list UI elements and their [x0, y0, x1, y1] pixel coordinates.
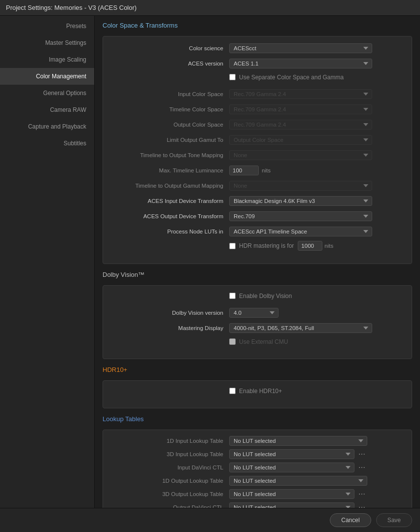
- aces-version-label: ACES version: [111, 61, 229, 66]
- enable-hdr10-plus-checkbox-row: Enable HDR10+: [229, 388, 372, 395]
- tone-mapping-label: Timeline to Output Tone Mapping: [111, 152, 229, 158]
- max-luminance-nits-label: nits: [262, 167, 271, 173]
- hdr-mastering-checkbox[interactable]: [229, 243, 236, 249]
- aces-input-device-transform-control: Blackmagic Design 4.6K Film v3 No Input …: [229, 196, 372, 206]
- lookup-table-select-3[interactable]: No LUT selected: [229, 476, 367, 486]
- use-external-cmu-checkbox-row: Use External CMU: [229, 338, 372, 345]
- sidebar-item-capture-playback[interactable]: Capture and Playback: [0, 118, 94, 135]
- lookup-table-row: Input DaVinci CTL No LUT selected ⋯: [111, 463, 404, 472]
- output-color-space-control: Rec.709 Gamma 2.4: [229, 120, 372, 130]
- dolby-vision-version-control: 4.0 2.9: [229, 308, 372, 318]
- sidebar-item-color-management[interactable]: Color Management: [0, 68, 94, 85]
- input-color-space-label: Input Color Space: [111, 91, 229, 97]
- title-bar: Project Settings: Memories - V3 (ACES Co…: [0, 0, 420, 16]
- timeline-color-space-control: Rec.709 Gamma 2.4: [229, 104, 372, 114]
- enable-hdr10-plus-checkbox[interactable]: [229, 388, 236, 394]
- process-node-luts-control: ACEScc AP1 Timeline Space Output Color S…: [229, 227, 372, 236]
- sidebar-item-presets[interactable]: Presets: [0, 18, 94, 34]
- separate-color-space-checkbox[interactable]: [229, 74, 236, 80]
- enable-dolby-vision-checkbox[interactable]: [229, 293, 236, 299]
- output-color-space-select[interactable]: Rec.709 Gamma 2.4: [229, 120, 372, 130]
- process-node-luts-select[interactable]: ACEScc AP1 Timeline Space Output Color S…: [229, 227, 372, 236]
- color-space-section-box: Color science ACEScct DaVinci YRGB DaVin…: [103, 36, 412, 264]
- aces-input-device-transform-select[interactable]: Blackmagic Design 4.6K Film v3 No Input …: [229, 196, 372, 206]
- dolby-vision-version-select[interactable]: 4.0 2.9: [229, 308, 279, 318]
- color-science-row: Color science ACEScct DaVinci YRGB DaVin…: [111, 42, 404, 54]
- limit-output-gamut-control: Output Color Space: [229, 135, 372, 145]
- lookup-table-select-2[interactable]: No LUT selected: [229, 463, 354, 472]
- max-luminance-row: Max. Timeline Luminance nits: [111, 165, 404, 176]
- dolby-vision-section-box: Enable Dolby Vision Dolby Vision version…: [103, 285, 412, 359]
- hdr10-plus-section-box: Enable HDR10+: [103, 380, 412, 408]
- lookup-table-dots-4[interactable]: ⋯: [356, 490, 367, 498]
- save-button[interactable]: Save: [376, 513, 412, 527]
- aces-version-control: ACES 1.0 ACES 1.1: [229, 59, 372, 68]
- color-science-label: Color science: [111, 45, 229, 51]
- title-text: Project Settings: Memories - V3 (ACES Co…: [6, 4, 137, 11]
- sidebar-item-general-options[interactable]: General Options: [0, 85, 94, 101]
- input-color-space-select[interactable]: Rec.709 Gamma 2.4: [229, 89, 372, 99]
- aces-input-device-transform-row: ACES Input Device Transform Blackmagic D…: [111, 195, 404, 207]
- lookup-table-row: 1D Input Lookup Table No LUT selected: [111, 436, 404, 446]
- sidebar-item-subtitles[interactable]: Subtitles: [0, 135, 94, 152]
- enable-dolby-vision-checkbox-row: Enable Dolby Vision: [229, 293, 372, 299]
- separate-color-space-checkbox-row: Use Separate Color Space and Gamma: [229, 74, 372, 81]
- aces-output-device-transform-select[interactable]: Rec.709 P3 D65 P3 DCI: [229, 211, 372, 221]
- lookup-table-label-1: 3D Input Lookup Table: [111, 451, 229, 457]
- lookup-table-row: 3D Output Lookup Table No LUT selected ⋯: [111, 489, 404, 499]
- lookup-tables-section-title: Lookup Tables: [103, 415, 412, 425]
- lookup-table-select-1[interactable]: No LUT selected: [229, 449, 354, 459]
- mastering-display-row: Mastering Display 4000-nit, P3, D65, ST.…: [111, 322, 404, 334]
- separate-color-space-row: Use Separate Color Space and Gamma: [111, 73, 404, 85]
- aces-version-select[interactable]: ACES 1.0 ACES 1.1: [229, 59, 372, 68]
- lookup-table-label-0: 1D Input Lookup Table: [111, 438, 229, 444]
- limit-output-gamut-select[interactable]: Output Color Space: [229, 135, 372, 145]
- dolby-vision-version-label: Dolby Vision version: [111, 310, 229, 316]
- max-luminance-control: nits: [229, 166, 372, 175]
- lookup-table-select-4[interactable]: No LUT selected: [229, 489, 354, 499]
- process-node-luts-row: Process Node LUTs in ACEScc AP1 Timeline…: [111, 226, 404, 237]
- bottom-bar: Cancel Save: [0, 508, 420, 532]
- use-external-cmu-row: Use External CMU: [111, 337, 404, 349]
- lookup-table-dots-2[interactable]: ⋯: [356, 464, 367, 471]
- use-external-cmu-checkbox[interactable]: [229, 338, 236, 345]
- mastering-display-label: Mastering Display: [111, 325, 229, 331]
- color-space-section-title: Color Space & Transforms: [103, 22, 412, 31]
- lookup-table-label-2: Input DaVinci CTL: [111, 465, 229, 470]
- process-node-luts-label: Process Node LUTs in: [111, 229, 229, 234]
- dolby-vision-version-row: Dolby Vision version 4.0 2.9: [111, 307, 404, 319]
- sidebar-item-camera-raw[interactable]: Camera RAW: [0, 101, 94, 118]
- output-color-space-label: Output Color Space: [111, 122, 229, 128]
- content-area: Color Space & Transforms Color science A…: [95, 16, 420, 531]
- limit-output-gamut-label: Limit Output Gamut To: [111, 137, 229, 143]
- sidebar-item-master-settings[interactable]: Master Settings: [0, 34, 94, 51]
- mastering-display-control: 4000-nit, P3, D65, ST.2084, Full 1000-ni…: [229, 323, 372, 333]
- gamut-mapping-label: Timeline to Output Gamut Mapping: [111, 183, 229, 189]
- hdr-mastering-nits-label: nits: [324, 243, 333, 249]
- hdr-mastering-checkbox-row: HDR mastering is for nits: [229, 241, 372, 251]
- lookup-table-dots-1[interactable]: ⋯: [356, 450, 367, 458]
- enable-hdr10-plus-row: Enable HDR10+: [111, 387, 404, 399]
- gamut-mapping-control: None: [229, 181, 372, 191]
- hdr-mastering-row: HDR mastering is for nits: [111, 241, 404, 254]
- cancel-button[interactable]: Cancel: [330, 513, 371, 527]
- hdr-mastering-value-input[interactable]: [298, 241, 322, 251]
- max-luminance-input[interactable]: [229, 166, 259, 175]
- tone-mapping-select[interactable]: None: [229, 150, 372, 160]
- aces-version-row: ACES version ACES 1.0 ACES 1.1: [111, 58, 404, 69]
- timeline-color-space-select[interactable]: Rec.709 Gamma 2.4: [229, 104, 372, 114]
- aces-output-device-transform-label: ACES Output Device Transform: [111, 213, 229, 219]
- sidebar-item-image-scaling[interactable]: Image Scaling: [0, 51, 94, 68]
- aces-input-device-transform-label: ACES Input Device Transform: [111, 198, 229, 204]
- gamut-mapping-row: Timeline to Output Gamut Mapping None: [111, 180, 404, 192]
- mastering-display-select[interactable]: 4000-nit, P3, D65, ST.2084, Full 1000-ni…: [229, 323, 372, 333]
- lookup-table-select-0[interactable]: No LUT selected: [229, 436, 367, 446]
- aces-output-device-transform-control: Rec.709 P3 D65 P3 DCI: [229, 211, 372, 221]
- tone-mapping-control: None: [229, 150, 372, 160]
- hdr10-plus-section-title: HDR10+: [103, 366, 412, 375]
- sidebar: Presets Master Settings Image Scaling Co…: [0, 16, 95, 531]
- color-science-select[interactable]: ACEScct DaVinci YRGB DaVinci YRGB Color …: [229, 43, 372, 53]
- tone-mapping-row: Timeline to Output Tone Mapping None: [111, 149, 404, 161]
- input-color-space-control: Rec.709 Gamma 2.4: [229, 89, 372, 99]
- gamut-mapping-select[interactable]: None: [229, 181, 372, 191]
